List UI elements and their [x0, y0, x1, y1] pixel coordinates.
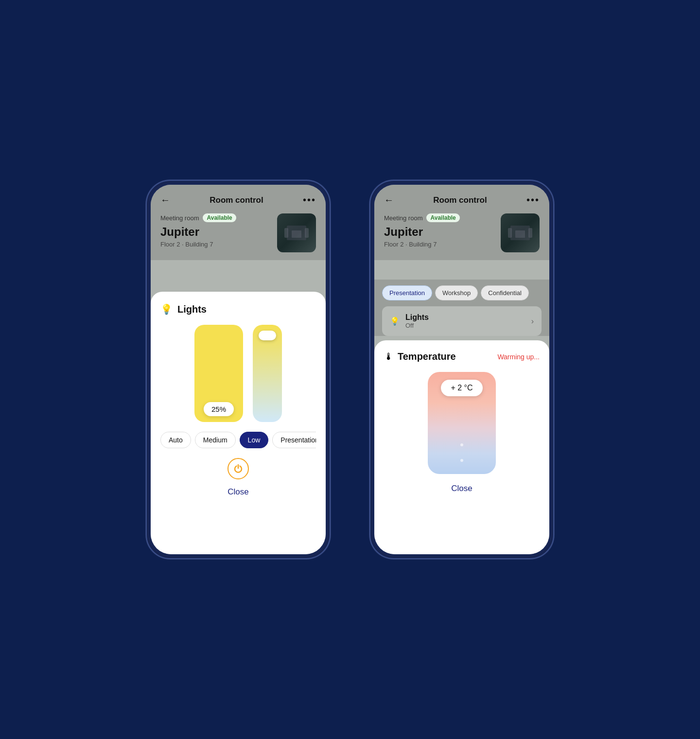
svg-rect-2 — [305, 228, 309, 238]
temp-slider-container: + 2 °C — [384, 372, 540, 474]
mode-presentation[interactable]: Presentation — [272, 432, 316, 448]
lights-name: Lights — [405, 313, 429, 322]
temp-dot-1 — [460, 390, 463, 393]
tab-presentation[interactable]: Presentation — [382, 285, 432, 300]
nav-bar-2: ← Room control ••• — [384, 194, 540, 206]
room-name-1: Jupiter — [160, 225, 236, 239]
nav-title-1: Room control — [210, 195, 263, 205]
tabs-area: Presentation Workshop Confidential — [374, 280, 549, 306]
more-button-1[interactable]: ••• — [303, 194, 316, 206]
close-btn-2: Close — [384, 484, 540, 495]
power-button[interactable] — [228, 458, 249, 479]
phone-2: ← Room control ••• Meeting room Availabl… — [369, 180, 554, 559]
lights-list-item[interactable]: 💡 Lights Off › — [382, 306, 542, 336]
color-temp-slider[interactable] — [253, 325, 282, 422]
room-type-row-1: Meeting room Available — [160, 213, 236, 222]
lights-left: 💡 Lights Off — [390, 313, 429, 329]
temp-panel: 🌡 Temperature Warming up... + 2 °C — [374, 340, 549, 554]
room-type-label-2: Meeting room — [384, 214, 422, 222]
available-badge-2: Available — [426, 213, 459, 222]
close-btn-1: Close — [160, 487, 316, 499]
mode-buttons: Auto Medium Low Presentation — [160, 432, 316, 448]
room-type-label-1: Meeting room — [160, 214, 199, 222]
svg-rect-1 — [284, 228, 288, 238]
close-link-1[interactable]: Close — [228, 487, 248, 497]
phone-1: ← Room control ••• Meeting room Availabl… — [146, 180, 331, 559]
room-name-2: Jupiter — [384, 225, 460, 239]
nav-bar-1: ← Room control ••• — [160, 194, 316, 206]
chevron-right-icon: › — [531, 317, 534, 326]
available-badge-1: Available — [203, 213, 236, 222]
mode-medium[interactable]: Medium — [195, 432, 236, 448]
room-image-1 — [277, 213, 316, 252]
brightness-slider[interactable]: 25% — [194, 325, 243, 422]
lights-row-item: 💡 Lights Off › — [374, 306, 549, 336]
mode-auto[interactable]: Auto — [160, 432, 191, 448]
close-link-2[interactable]: Close — [451, 484, 472, 493]
phone-2-header: ← Room control ••• Meeting room Availabl… — [374, 185, 549, 260]
svg-rect-7 — [515, 230, 525, 238]
room-details-2: Meeting room Available Jupiter Floor 2 ·… — [384, 213, 460, 248]
room-info-2: Meeting room Available Jupiter Floor 2 ·… — [384, 213, 540, 252]
svg-rect-3 — [292, 230, 301, 238]
lights-title: Lights — [177, 304, 207, 315]
room-image-inner-1 — [277, 213, 316, 252]
temp-slider-track[interactable]: + 2 °C — [428, 372, 496, 474]
room-location-1: Floor 2 · Building 7 — [160, 241, 236, 248]
more-button-2[interactable]: ••• — [526, 194, 540, 206]
brightness-value: 25% — [204, 402, 234, 416]
room-location-2: Floor 2 · Building 7 — [384, 241, 460, 248]
room-image-2 — [501, 213, 540, 252]
lights-text: Lights Off — [405, 313, 429, 329]
tab-workshop[interactable]: Workshop — [435, 285, 478, 300]
power-row — [160, 458, 316, 479]
back-button-1[interactable]: ← — [160, 194, 170, 206]
phone-1-header: ← Room control ••• Meeting room Availabl… — [151, 185, 326, 260]
color-temp-track — [253, 325, 282, 422]
room-details-1: Meeting room Available Jupiter Floor 2 ·… — [160, 213, 236, 248]
lights-title-row: 💡 Lights — [160, 303, 316, 315]
lights-panel: 💡 Lights 25% Auto Medi — [151, 292, 326, 554]
temp-status: Warming up... — [497, 353, 540, 361]
svg-rect-6 — [528, 228, 532, 238]
phone-1-screen: ← Room control ••• Meeting room Availabl… — [151, 185, 326, 554]
room-image-inner-2 — [501, 213, 540, 252]
tab-confidential[interactable]: Confidential — [481, 285, 529, 300]
temp-title-row: 🌡 Temperature Warming up... — [384, 351, 540, 362]
sliders-row: 25% — [160, 325, 316, 422]
color-temp-thumb — [259, 331, 276, 340]
temp-dot-3 — [460, 459, 463, 462]
temp-icon: 🌡 — [384, 351, 394, 362]
nav-title-2: Room control — [433, 195, 487, 205]
lights-icon: 💡 — [160, 303, 173, 315]
room-info-1: Meeting room Available Jupiter Floor 2 ·… — [160, 213, 316, 252]
temp-title: Temperature — [398, 351, 456, 362]
phone-2-screen: ← Room control ••• Meeting room Availabl… — [374, 185, 549, 554]
lights-status: Off — [405, 322, 429, 329]
temp-dot-2 — [460, 443, 463, 446]
svg-rect-5 — [508, 228, 512, 238]
back-button-2[interactable]: ← — [384, 194, 394, 206]
lights-list-icon: 💡 — [390, 317, 400, 326]
temp-dots — [428, 372, 496, 474]
tabs-row: Presentation Workshop Confidential — [382, 285, 542, 300]
brightness-track: 25% — [194, 325, 243, 422]
room-type-row-2: Meeting room Available — [384, 213, 460, 222]
temp-title-left: 🌡 Temperature — [384, 351, 456, 362]
mode-low[interactable]: Low — [240, 432, 269, 448]
